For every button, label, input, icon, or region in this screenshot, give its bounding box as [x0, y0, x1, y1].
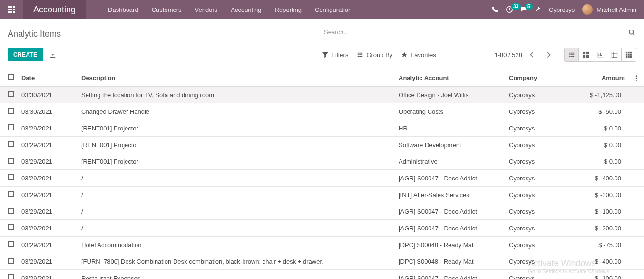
groupby-button[interactable]: Group By [357, 51, 392, 59]
nav-dashboard[interactable]: Dashboard [101, 0, 145, 19]
svg-rect-19 [628, 54, 630, 56]
filters-button[interactable]: Filters [322, 51, 348, 59]
cell-company: Cybrosys [505, 237, 581, 253]
nav-customers[interactable]: Customers [145, 0, 188, 19]
svg-point-26 [636, 80, 637, 81]
debug-icon[interactable] [535, 6, 541, 13]
row-checkbox[interactable] [8, 91, 14, 97]
cell-date: 03/29/2021 [18, 237, 78, 253]
apps-menu-icon[interactable] [0, 0, 23, 19]
svg-rect-17 [630, 52, 632, 54]
app-title[interactable]: Accounting [23, 0, 86, 19]
activities-badge: 33 [511, 3, 521, 10]
select-all-checkbox[interactable] [8, 74, 14, 80]
cell-company: Cybrosys [505, 170, 581, 187]
nav-configuration[interactable]: Configuration [308, 0, 358, 19]
view-graph[interactable] [593, 48, 607, 61]
svg-rect-20 [630, 54, 632, 56]
svg-rect-8 [13, 11, 15, 13]
row-checkbox[interactable] [8, 241, 14, 247]
row-checkbox[interactable] [8, 141, 14, 147]
table-row[interactable]: 03/30/2021Setting the location for TV, S… [0, 87, 644, 103]
company-switcher[interactable]: Cybrosys [549, 6, 575, 13]
table-row[interactable]: 03/29/2021[RENT001] ProjectorHRCybrosys$… [0, 120, 644, 137]
table-row[interactable]: 03/29/2021[FURN_7800] Desk Combination D… [0, 253, 644, 270]
col-company[interactable]: Company [505, 69, 581, 87]
star-icon [401, 51, 408, 58]
cell-description: Setting the location for TV, Sofa and di… [78, 87, 395, 103]
cell-company: Cybrosys [505, 187, 581, 203]
table-row[interactable]: 03/29/2021Restaurant Expenses[AGR] S0004… [0, 270, 644, 279]
nav-reporting[interactable]: Reporting [268, 0, 308, 19]
cell-date: 03/29/2021 [18, 120, 78, 137]
cell-account: HR [395, 120, 505, 137]
row-checkbox[interactable] [8, 174, 14, 180]
cell-description: [RENT001] Projector [78, 137, 395, 153]
svg-rect-13 [583, 55, 585, 58]
svg-rect-0 [8, 6, 10, 8]
search-input[interactable] [322, 26, 636, 39]
table-row[interactable]: 03/29/2021[RENT001] ProjectorAdministrat… [0, 153, 644, 170]
cell-company: Cybrosys [505, 203, 581, 220]
view-pivot[interactable] [607, 48, 622, 61]
cell-company: Cybrosys [505, 153, 581, 170]
cell-company: Cybrosys [505, 137, 581, 153]
svg-rect-3 [8, 9, 10, 10]
kebab-icon [633, 75, 640, 81]
funnel-icon [322, 51, 329, 58]
import-button[interactable] [49, 51, 56, 59]
table-row[interactable]: 03/29/2021/[AGR] S00047 - Deco AddictCyb… [0, 170, 644, 187]
row-checkbox[interactable] [8, 191, 14, 197]
favorites-button[interactable]: Favorites [401, 51, 436, 59]
row-checkbox[interactable] [8, 224, 14, 230]
pager-prev[interactable] [526, 49, 538, 61]
view-kanban[interactable] [579, 48, 593, 61]
phone-icon[interactable] [492, 6, 498, 13]
cell-date: 03/29/2021 [18, 137, 78, 153]
cell-description: [RENT001] Projector [78, 153, 395, 170]
kanban-view-icon [583, 51, 589, 58]
breadcrumb-title: Analytic Items [8, 26, 322, 39]
activities-icon[interactable]: 33 [506, 6, 513, 13]
table-row[interactable]: 03/29/2021/[AGR] S00047 - Deco AddictCyb… [0, 220, 644, 237]
messages-icon[interactable]: 5 [520, 6, 527, 13]
chevron-right-icon [545, 51, 552, 58]
view-list[interactable] [565, 48, 579, 61]
row-checkbox[interactable] [8, 274, 14, 279]
search-icon[interactable] [629, 29, 635, 36]
row-checkbox[interactable] [8, 208, 14, 214]
create-button[interactable]: CREATE [8, 48, 43, 61]
pivot-view-icon [611, 51, 618, 58]
pager-next[interactable] [542, 49, 555, 61]
row-checkbox[interactable] [8, 108, 14, 114]
cell-company: Cybrosys [505, 253, 581, 270]
cell-description: [FURN_7800] Desk Combination Desk combin… [78, 253, 395, 270]
nav-accounting[interactable]: Accounting [224, 0, 268, 19]
favorites-label: Favorites [410, 51, 436, 59]
svg-rect-12 [586, 52, 588, 54]
svg-rect-18 [626, 54, 628, 56]
row-checkbox[interactable] [8, 158, 14, 164]
table-row[interactable]: 03/29/2021/[AGR] S00047 - Deco AddictCyb… [0, 203, 644, 220]
col-analytic-account[interactable]: Analytic Account [395, 69, 505, 87]
table-row[interactable]: 03/29/2021[RENT001] ProjectorSoftware De… [0, 137, 644, 153]
table-row[interactable]: 03/29/2021Hotel Accommodation[DPC] S0004… [0, 237, 644, 253]
user-menu[interactable]: Mitchell Admin [582, 4, 636, 15]
cell-account: [AGR] S00047 - Deco Addict [395, 270, 505, 279]
table-row[interactable]: 03/30/2021Changed Drawer HandleOperating… [0, 103, 644, 120]
cell-date: 03/29/2021 [18, 153, 78, 170]
table-row[interactable]: 03/29/2021/[INT] After-Sales ServicesCyb… [0, 187, 644, 203]
col-date[interactable]: Date [18, 69, 78, 87]
cell-description: / [78, 187, 395, 203]
cell-description: / [78, 170, 395, 187]
cell-amount: $ -100.00 [581, 203, 629, 220]
row-checkbox[interactable] [8, 258, 14, 264]
col-amount[interactable]: Amount [581, 69, 629, 87]
cell-account: [AGR] S00047 - Deco Addict [395, 170, 505, 187]
view-activity[interactable] [622, 48, 636, 61]
row-checkbox[interactable] [8, 124, 14, 130]
col-options[interactable] [629, 69, 644, 87]
nav-vendors[interactable]: Vendors [188, 0, 224, 19]
cell-company: Cybrosys [505, 103, 581, 120]
col-description[interactable]: Description [78, 69, 395, 87]
